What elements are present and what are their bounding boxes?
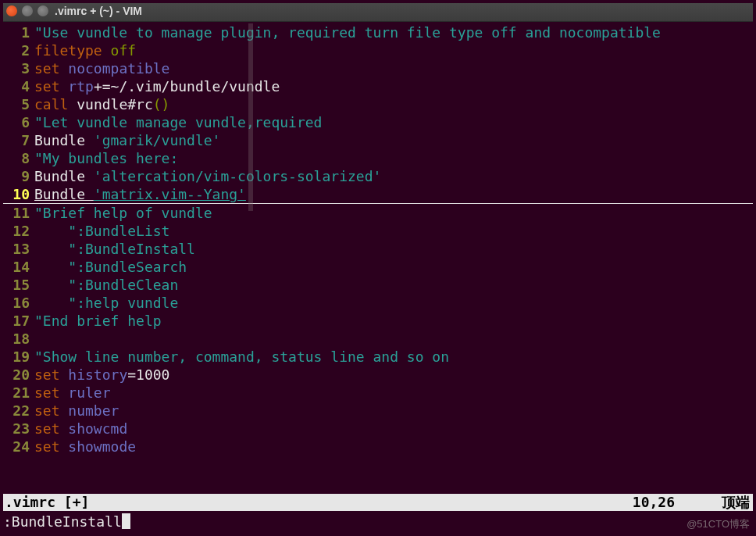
code-line[interactable]: 4set rtp+=~/.vim/bundle/vundle [0, 77, 756, 95]
line-code: set ruler [34, 384, 756, 402]
code-line[interactable]: 20set history=1000 [0, 366, 756, 384]
line-number: 12 [0, 222, 34, 240]
code-line[interactable]: 16 ":help vundle [0, 294, 756, 312]
code-line[interactable]: 18 [0, 330, 756, 348]
code-line[interactable]: 2filetype off [0, 41, 756, 59]
window-controls [6, 5, 48, 16]
status-bar: .vimrc [+] 10,26 顶端 [3, 494, 753, 511]
code-line[interactable]: 7Bundle 'gmarik/vundle' [0, 131, 756, 149]
window-title: .vimrc + (~) - VIM [55, 5, 142, 17]
code-line[interactable]: 23set showcmd [0, 420, 756, 438]
cursor-icon [122, 513, 130, 529]
line-code: "My bundles here: [34, 149, 756, 167]
code-line[interactable]: 19"Show line number, command, status lin… [0, 348, 756, 366]
line-code: set number [34, 402, 756, 420]
line-number: 18 [0, 330, 34, 348]
code-line[interactable]: 17"End brief help [0, 312, 756, 330]
line-code: set showcmd [34, 420, 756, 438]
line-code: set nocompatible [34, 59, 756, 77]
code-line[interactable]: 13 ":BundleInstall [0, 240, 756, 258]
close-icon[interactable] [6, 5, 17, 16]
line-code: ":BundleInstall [34, 240, 756, 258]
line-number: 16 [0, 294, 34, 312]
line-number: 5 [0, 95, 34, 113]
line-number: 20 [0, 366, 34, 384]
line-number: 8 [0, 149, 34, 167]
line-number: 2 [0, 41, 34, 59]
line-code: set history=1000 [34, 366, 756, 384]
line-number: 3 [0, 59, 34, 77]
line-code: set showmode [34, 438, 756, 456]
code-line[interactable]: 8"My bundles here: [0, 149, 756, 167]
code-line[interactable]: 15 ":BundleClean [0, 276, 756, 294]
code-line[interactable]: 3set nocompatible [0, 59, 756, 77]
line-code: "Let vundle manage vundle,required [34, 113, 756, 131]
line-number: 23 [0, 420, 34, 438]
command-line[interactable]: :BundleInstall [3, 513, 753, 530]
line-number: 10 [0, 185, 34, 203]
code-line[interactable]: 10Bundle 'matrix.vim--Yang' [0, 185, 756, 204]
line-number: 24 [0, 438, 34, 456]
line-code [34, 330, 756, 348]
line-number: 9 [0, 167, 34, 185]
line-number: 17 [0, 312, 34, 330]
minimize-icon[interactable] [22, 5, 33, 16]
code-line[interactable]: 12 ":BundleList [0, 222, 756, 240]
line-code: "Show line number, command, status line … [34, 348, 756, 366]
code-line[interactable]: 24set showmode [0, 438, 756, 456]
line-code: set rtp+=~/.vim/bundle/vundle [34, 77, 756, 95]
code-line[interactable]: 9Bundle 'altercation/vim-colors-solarize… [0, 167, 756, 185]
line-code: ":BundleClean [34, 276, 756, 294]
editor-area[interactable]: 1"Use vundle to manage plugin, required … [0, 22, 756, 456]
maximize-icon[interactable] [37, 5, 48, 16]
status-percent: 顶端 [722, 494, 753, 511]
line-code: "Use vundle to manage plugin, required t… [34, 23, 756, 41]
code-line[interactable]: 6"Let vundle manage vundle,required [0, 113, 756, 131]
window-titlebar: .vimrc + (~) - VIM [0, 0, 756, 22]
line-code: filetype off [34, 41, 756, 59]
line-code: ":BundleList [34, 222, 756, 240]
line-code: "Brief help of vundle [34, 204, 756, 222]
line-number: 21 [0, 384, 34, 402]
code-line[interactable]: 22set number [0, 402, 756, 420]
line-number: 19 [0, 348, 34, 366]
line-number: 6 [0, 113, 34, 131]
line-code: Bundle 'gmarik/vundle' [34, 131, 756, 149]
line-number: 14 [0, 258, 34, 276]
line-number: 15 [0, 276, 34, 294]
watermark: @51CTO博客 [686, 517, 750, 531]
line-code: call vundle#rc() [34, 95, 756, 113]
status-filename: .vimrc [+] [3, 494, 633, 511]
line-number: 1 [0, 23, 34, 41]
command-text: :BundleInstall [3, 513, 122, 530]
line-code: Bundle 'matrix.vim--Yang' [34, 185, 756, 203]
line-code: ":help vundle [34, 294, 756, 312]
code-line[interactable]: 21set ruler [0, 384, 756, 402]
code-line[interactable]: 11"Brief help of vundle [0, 204, 756, 222]
line-number: 7 [0, 131, 34, 149]
line-code: Bundle 'altercation/vim-colors-solarized… [34, 167, 756, 185]
code-line[interactable]: 14 ":BundleSearch [0, 258, 756, 276]
line-number: 13 [0, 240, 34, 258]
line-number: 22 [0, 402, 34, 420]
line-code: ":BundleSearch [34, 258, 756, 276]
line-number: 4 [0, 77, 34, 95]
status-position: 10,26 [633, 494, 722, 511]
code-line[interactable]: 1"Use vundle to manage plugin, required … [0, 23, 756, 41]
line-code: "End brief help [34, 312, 756, 330]
code-line[interactable]: 5call vundle#rc() [0, 95, 756, 113]
line-number: 11 [0, 204, 34, 222]
